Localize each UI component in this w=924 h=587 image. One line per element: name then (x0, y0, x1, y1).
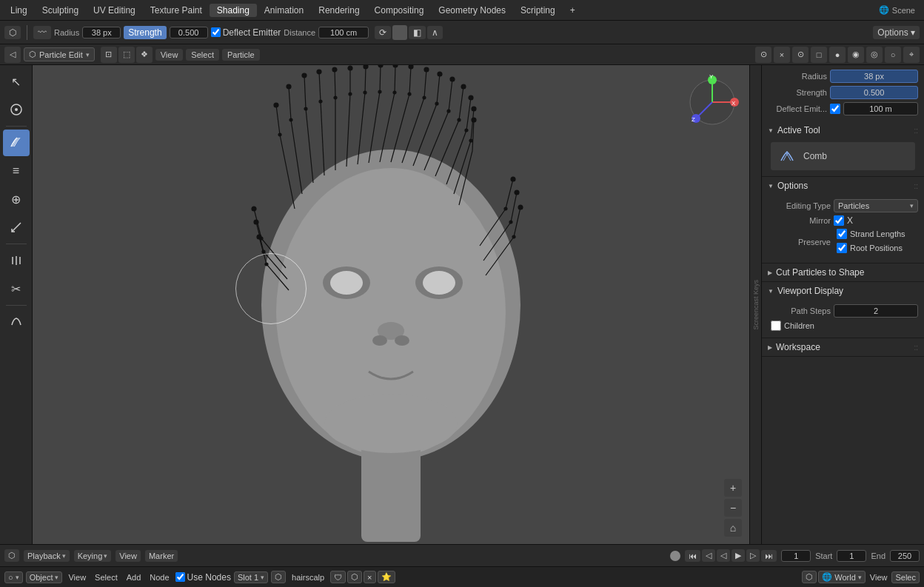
curve-icon-2[interactable]: ◧ (409, 26, 426, 39)
menu-item-animation[interactable]: Animation (257, 4, 311, 17)
viewport-overlay-button[interactable]: ⊙ (792, 47, 808, 63)
viewport[interactable]: X Y Z + − ⌂ (33, 65, 749, 544)
end-frame-input[interactable] (890, 550, 920, 562)
smooth-tool-button[interactable]: ≡ (3, 158, 30, 184)
distance-input[interactable] (318, 27, 369, 38)
radius-input[interactable] (82, 27, 121, 38)
deflect-value[interactable]: 100 m (843, 102, 918, 115)
length-tool-button[interactable] (3, 214, 30, 241)
use-nodes-checkbox[interactable] (175, 572, 185, 582)
mat-icon-1[interactable]: 🛡 (330, 571, 346, 583)
root-positions-checkbox[interactable] (837, 243, 847, 253)
children-checkbox[interactable] (771, 321, 781, 331)
world-select[interactable]: 🌐 World ▾ (818, 571, 866, 583)
strength-button[interactable]: Strength (124, 26, 166, 39)
menu-item-sculpting[interactable]: Sculpting (35, 4, 86, 17)
view-menu-status[interactable]: View (65, 572, 89, 583)
shading-material[interactable]: ◉ (848, 47, 864, 63)
shading-render[interactable]: ◎ (866, 47, 883, 63)
viewport-shading-1[interactable]: × (774, 47, 790, 63)
weight-tool-button[interactable] (3, 309, 30, 335)
active-tool-header[interactable]: ▼ Active Tool :: (762, 121, 924, 139)
view-menu-status-2[interactable]: View (867, 572, 891, 583)
nav-expand-button[interactable]: ◁ (4, 47, 21, 63)
cut-tool-button[interactable]: ✂ (3, 275, 30, 302)
render-engine-select[interactable]: ⬡ (802, 571, 817, 583)
comb-tool-item[interactable]: Comb (771, 142, 915, 170)
mode-selector[interactable]: ⬡ Particle Edit ▾ (24, 47, 95, 61)
mat-icon-3[interactable]: × (364, 571, 375, 583)
cursor-tool-button[interactable] (3, 96, 30, 123)
menu-item-rendering[interactable]: Rendering (311, 4, 366, 17)
path-steps-value[interactable]: 2 (834, 304, 918, 318)
menu-item-scripting[interactable]: Scripting (513, 4, 563, 17)
frame-input[interactable] (781, 550, 811, 562)
menu-item-add-workspace[interactable]: + (563, 4, 583, 17)
falloff-button[interactable]: ∧ (427, 26, 443, 39)
zoom-in-button[interactable]: + (724, 479, 742, 497)
curve-icon-1[interactable]: ⟳ (375, 26, 391, 39)
menu-item-uv-editing[interactable]: UV Editing (86, 4, 143, 17)
playback-menu[interactable]: Playback ▾ (24, 550, 70, 562)
particle-menu[interactable]: Particle (222, 49, 260, 61)
keying-menu[interactable]: Keying ▾ (74, 550, 112, 562)
puff-tool-button[interactable] (3, 247, 30, 274)
viewport-shading-0[interactable]: ⊙ (755, 47, 771, 63)
play-forward-button[interactable]: ▶ (732, 549, 745, 562)
add-menu-status[interactable]: Add (124, 572, 144, 583)
xray-button[interactable]: □ (811, 47, 827, 63)
view-menu-bottom[interactable]: View (116, 550, 141, 562)
brush-icon-button[interactable]: 〰 (33, 26, 51, 39)
menu-item-texture-paint[interactable]: Texture Paint (143, 4, 210, 17)
shading-solid[interactable]: ● (829, 47, 846, 63)
pivot-icon-3[interactable]: ❖ (136, 47, 153, 63)
add-tool-button[interactable]: ⊕ (3, 186, 30, 212)
zoom-out-button[interactable]: − (724, 499, 742, 517)
strand-lengths-checkbox[interactable] (837, 229, 847, 239)
editor-type-select[interactable]: ○ ▾ (4, 571, 23, 583)
comb-tool-button[interactable] (3, 130, 30, 156)
material-select[interactable]: ⬡ (271, 571, 286, 583)
shading-rendered[interactable]: ○ (885, 47, 901, 63)
node-menu-status[interactable]: Node (147, 572, 172, 583)
menu-item-ling[interactable]: Ling (3, 4, 35, 17)
pivot-icon-1[interactable]: ⊡ (101, 47, 117, 63)
play-back-button[interactable]: ◁ (717, 549, 730, 562)
options-button[interactable]: Options ▾ (873, 26, 920, 39)
cut-particles-header[interactable]: ▶ Cut Particles to Shape (762, 264, 924, 281)
strength-value[interactable]: 0.500 (830, 86, 918, 99)
mirror-x-checkbox[interactable] (834, 215, 844, 226)
select-status-2[interactable]: Selec (891, 571, 920, 583)
viewport-gizmo[interactable]: X Y Z (683, 73, 742, 132)
view-menu[interactable]: View (155, 49, 184, 61)
mat-icon-2[interactable]: ⬡ (347, 571, 362, 583)
curve-swatch[interactable] (392, 25, 407, 40)
menu-item-shading[interactable]: Shading (210, 4, 257, 17)
options-header[interactable]: ▼ Options :: (762, 177, 924, 195)
bottom-expand-button[interactable]: ⬡ (4, 549, 19, 562)
viewport-display-header[interactable]: ▼ Viewport Display (762, 282, 924, 300)
marker-menu[interactable]: Marker (145, 550, 178, 562)
menu-item-compositing[interactable]: Compositing (367, 4, 432, 17)
select-tool-button[interactable]: ↖ (3, 68, 30, 95)
deflect-checkbox[interactable] (830, 104, 840, 114)
deflect-emitter-checkbox[interactable] (211, 27, 221, 37)
gizmo-button[interactable]: ⌖ (903, 47, 920, 63)
strength-input[interactable] (170, 27, 208, 38)
select-menu[interactable]: Select (186, 49, 219, 61)
object-mode-select[interactable]: Object ▾ (26, 571, 63, 583)
jump-end-button[interactable]: ⏭ (761, 550, 777, 562)
start-frame-input[interactable] (837, 550, 866, 562)
mat-icon-4[interactable]: ⭐ (378, 571, 395, 583)
select-menu-status[interactable]: Select (92, 572, 121, 583)
radius-value[interactable]: 38 px (830, 70, 918, 83)
view-all-button[interactable]: ⌂ (724, 519, 742, 537)
pivot-icon-2[interactable]: ⬚ (118, 47, 135, 63)
editing-type-dropdown[interactable]: Particles ▾ (834, 199, 918, 212)
editor-type-button[interactable]: ⬡ (4, 26, 21, 39)
step-forward-button[interactable]: ▷ (746, 549, 760, 562)
jump-start-button[interactable]: ⏮ (685, 550, 700, 562)
slot-select[interactable]: Slot 1 ▾ (234, 571, 268, 583)
menu-item-geometry-nodes[interactable]: Geometry Nodes (431, 4, 513, 17)
workspace-header[interactable]: ▶ Workspace :: (762, 338, 924, 356)
